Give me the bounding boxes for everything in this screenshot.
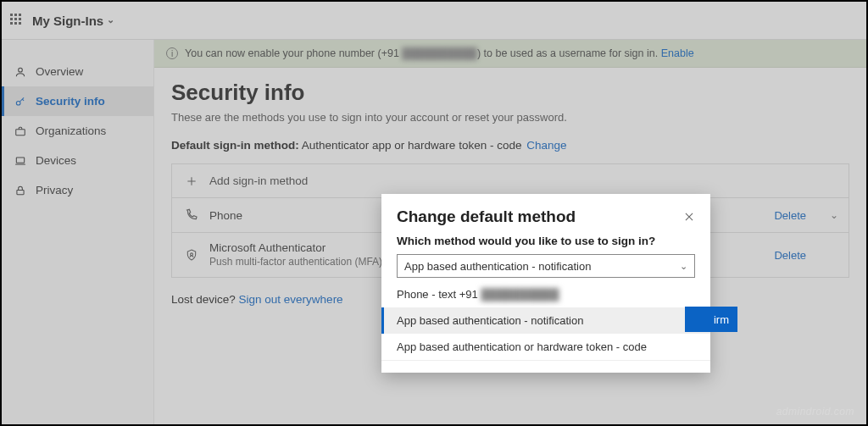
modal-title: Change default method [397,207,576,226]
option-app-notification[interactable]: App based authentication - notification [381,307,710,334]
close-icon[interactable] [683,211,695,223]
select-value: App based authentication - notification [404,260,591,273]
method-select[interactable]: App based authentication - notification … [397,254,695,278]
option-app-or-token-code[interactable]: App based authentication or hardware tok… [381,334,710,360]
change-default-method-modal: Change default method Which method would… [381,194,710,373]
confirm-button[interactable]: irm [685,307,737,332]
option-phone-text[interactable]: Phone - text +91 ██████████ [381,281,710,307]
chevron-down-icon: ⌄ [680,261,687,272]
select-options-list: Phone - text +91 ██████████ App based au… [381,281,710,361]
modal-body: Which method would you like to use to si… [381,235,710,373]
watermark: admindroid.com [776,406,854,418]
modal-question: Which method would you like to use to si… [397,235,695,247]
modal-header: Change default method [381,194,710,235]
